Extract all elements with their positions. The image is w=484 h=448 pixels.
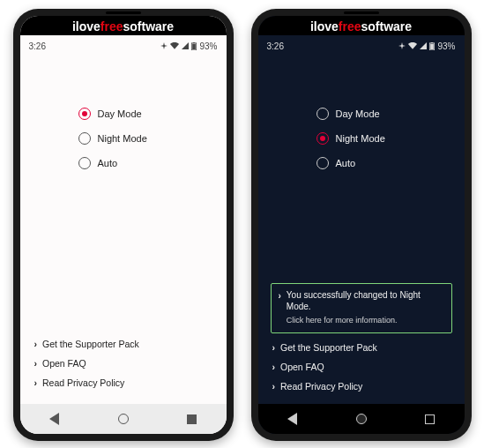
link-label: Open FAQ xyxy=(42,358,86,369)
location-icon xyxy=(160,42,168,49)
battery-percent: 93% xyxy=(199,41,217,51)
nav-home-button[interactable] xyxy=(116,412,130,426)
status-bar: 3:26 93% xyxy=(258,35,465,55)
content-area: Day Mode Night Mode Auto › Get the Suppo… xyxy=(20,55,227,404)
status-right: 93% xyxy=(160,41,217,51)
radio-label: Night Mode xyxy=(336,133,385,144)
radio-icon xyxy=(316,108,329,120)
screen: ilovefreesoftware 3:26 93% Day Mode Ni xyxy=(258,16,465,434)
nav-back-button[interactable] xyxy=(286,412,300,426)
radio-day-mode[interactable]: Day Mode xyxy=(78,108,214,120)
radio-label: Auto xyxy=(336,158,356,168)
link-label: Read Privacy Policy xyxy=(280,381,362,392)
chevron-right-icon: › xyxy=(272,362,276,372)
svg-rect-4 xyxy=(432,42,434,43)
status-right: 93% xyxy=(398,41,455,51)
radio-auto[interactable]: Auto xyxy=(78,157,214,169)
wifi-icon xyxy=(408,42,417,49)
chevron-right-icon: › xyxy=(34,377,38,388)
mode-radio-group: Day Mode Night Mode Auto xyxy=(316,108,452,169)
night-mode-toast[interactable]: › You successfully changed to Night Mode… xyxy=(271,283,452,333)
link-label: Open FAQ xyxy=(280,362,324,372)
brand-header: ilovefreesoftware xyxy=(258,16,465,35)
toast-title: You successfully changed to Night Mode. xyxy=(287,289,444,313)
radio-icon xyxy=(316,132,329,145)
android-nav-bar xyxy=(258,404,465,434)
chevron-right-icon: › xyxy=(272,381,276,392)
chevron-right-icon: › xyxy=(34,339,38,349)
radio-label: Day Mode xyxy=(336,108,380,119)
link-open-faq[interactable]: › Open FAQ xyxy=(34,358,214,369)
phone-dark: ilovefreesoftware 3:26 93% Day Mode Ni xyxy=(251,9,472,441)
content-area: Day Mode Night Mode Auto › You successfu… xyxy=(258,55,465,404)
chevron-right-icon: › xyxy=(34,358,38,369)
chevron-right-icon: › xyxy=(272,342,276,353)
link-label: Get the Supporter Pack xyxy=(42,339,139,349)
radio-label: Day Mode xyxy=(98,108,142,119)
battery-icon xyxy=(191,42,197,50)
brand-pre: ilove xyxy=(310,19,339,34)
nav-recent-button[interactable] xyxy=(423,412,437,426)
radio-icon xyxy=(78,157,91,169)
link-privacy-policy[interactable]: › Read Privacy Policy xyxy=(272,381,452,392)
link-open-faq[interactable]: › Open FAQ xyxy=(272,362,452,372)
link-label: Read Privacy Policy xyxy=(42,377,124,388)
links-list: › Get the Supporter Pack › Open FAQ › Re… xyxy=(34,339,214,388)
link-supporter-pack[interactable]: › Get the Supporter Pack xyxy=(272,342,452,353)
toast-subtitle: Click here for more information. xyxy=(287,315,444,325)
radio-icon xyxy=(316,157,329,169)
radio-label: Auto xyxy=(98,158,118,168)
status-time: 3:26 xyxy=(29,41,46,51)
link-label: Get the Supporter Pack xyxy=(280,342,377,353)
svg-rect-5 xyxy=(431,43,435,49)
brand-header: ilovefreesoftware xyxy=(20,16,227,35)
radio-icon xyxy=(78,132,91,145)
chevron-right-icon: › xyxy=(279,290,281,325)
radio-night-mode[interactable]: Night Mode xyxy=(316,132,452,145)
link-privacy-policy[interactable]: › Read Privacy Policy xyxy=(34,377,214,388)
svg-rect-2 xyxy=(193,43,197,49)
android-nav-bar xyxy=(20,404,227,434)
screen: ilovefreesoftware 3:26 93% Day Mode Ni xyxy=(20,16,227,434)
radio-day-mode[interactable]: Day Mode xyxy=(316,108,452,120)
status-bar: 3:26 93% xyxy=(20,35,227,55)
brand-pre: ilove xyxy=(72,19,101,34)
signal-icon xyxy=(420,42,427,49)
signal-icon xyxy=(182,42,189,49)
mode-radio-group: Day Mode Night Mode Auto xyxy=(78,108,214,169)
radio-night-mode[interactable]: Night Mode xyxy=(78,132,214,145)
radio-auto[interactable]: Auto xyxy=(316,157,452,169)
brand-post: software xyxy=(123,19,175,34)
nav-home-button[interactable] xyxy=(354,412,369,426)
svg-rect-1 xyxy=(194,42,196,43)
radio-icon xyxy=(78,108,91,120)
status-time: 3:26 xyxy=(267,41,284,51)
nav-recent-button[interactable] xyxy=(185,412,199,426)
wifi-icon xyxy=(170,42,179,49)
phone-light: ilovefreesoftware 3:26 93% Day Mode Ni xyxy=(13,9,234,441)
battery-icon xyxy=(429,42,435,50)
link-supporter-pack[interactable]: › Get the Supporter Pack xyxy=(34,339,214,349)
brand-mid: free xyxy=(101,19,123,34)
brand-post: software xyxy=(361,19,413,34)
links-list: › Get the Supporter Pack › Open FAQ › Re… xyxy=(272,342,452,392)
location-icon xyxy=(398,42,406,49)
radio-label: Night Mode xyxy=(98,133,147,144)
battery-percent: 93% xyxy=(437,41,455,51)
nav-back-button[interactable] xyxy=(48,412,62,426)
brand-mid: free xyxy=(339,19,361,34)
